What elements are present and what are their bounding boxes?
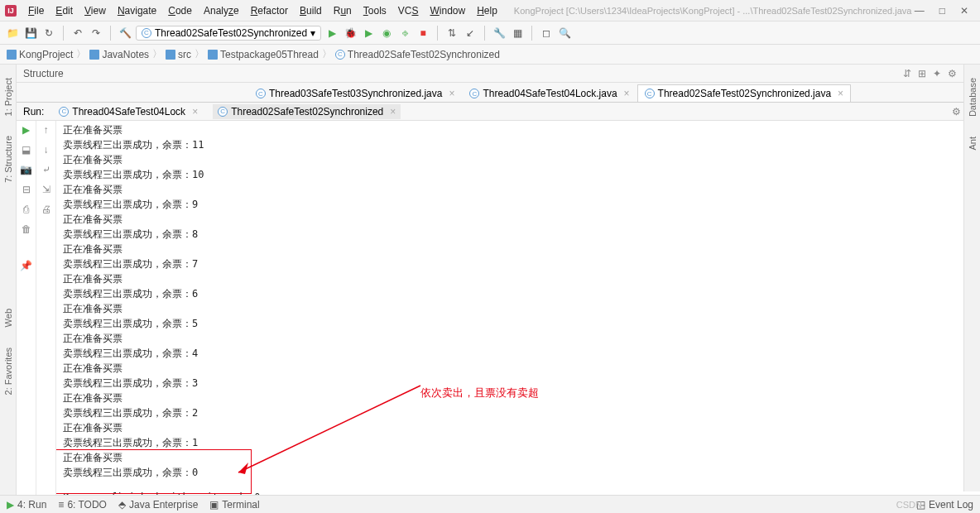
console-line: 卖票线程三出票成功，余票：8 (63, 227, 973, 242)
menu-help[interactable]: Help (472, 3, 502, 18)
run-body: ▶ ⬓ 📷 ⊟ ⎙ 🗑 📌 ↑ ↓ ⤶ ⇲ 🖨 正在准备买票卖票线程三出票成功，… (17, 121, 980, 511)
rail-project[interactable]: 1: Project (3, 78, 13, 116)
close-tab-icon[interactable]: × (838, 88, 843, 99)
breadcrumb-item[interactable]: src (166, 49, 191, 60)
folder-icon (166, 50, 175, 60)
collapse-icon[interactable]: ✦ (933, 68, 941, 79)
bottom-java-ee[interactable]: ⬘ Java Enterprise (118, 499, 198, 511)
window-title: KongProject [C:\Users\1234\IdeaProjects\… (514, 6, 915, 16)
rail-web[interactable]: Web (3, 309, 13, 327)
class-icon: C (335, 50, 345, 60)
close-tab-icon[interactable]: × (192, 106, 198, 117)
rerun-icon[interactable]: ▶ (21, 124, 32, 136)
menu-navigate[interactable]: Navigate (113, 3, 161, 18)
bottom-todo[interactable]: ≡ 6: TODO (58, 499, 107, 511)
attach-icon[interactable]: ⎆ (397, 26, 412, 41)
wrench-icon[interactable]: 🔧 (492, 26, 507, 41)
scroll-icon[interactable]: ⇲ (41, 184, 52, 195)
menu-build[interactable]: Build (295, 3, 327, 18)
gear-icon[interactable]: ⚙ (948, 68, 957, 79)
search-icon[interactable]: 🔍 (557, 26, 572, 41)
console-output[interactable]: 正在准备买票卖票线程三出票成功，余票：11正在准备买票卖票线程三出票成功，余票：… (56, 121, 980, 511)
menu-file[interactable]: File (23, 3, 49, 18)
rail-database[interactable]: Database (968, 78, 978, 117)
console-line: 正在准备买票 (63, 122, 973, 137)
run-tab[interactable]: CThread02SafeTest02Synchronized× (213, 104, 401, 119)
coverage-icon[interactable]: ▶ (361, 26, 376, 41)
breadcrumb-item[interactable]: KongProject (7, 49, 73, 60)
editor-tab[interactable]: CThread02SafeTest02Synchronized.java× (637, 84, 851, 102)
profile-icon[interactable]: ◉ (379, 26, 394, 41)
up-icon[interactable]: ↑ (41, 124, 52, 136)
vcs-icon[interactable]: ⇅ (444, 26, 459, 41)
bottom-terminal[interactable]: ▣ Terminal (209, 499, 259, 511)
editor-tabs: CThread03SafeTest03Synchronized.java× CT… (17, 83, 980, 103)
rail-favorites[interactable]: 2: Favorites (3, 348, 13, 395)
console-line: 正在准备买票 (63, 420, 973, 435)
run-tab[interactable]: CThread04SafeTest04Lock× (54, 104, 203, 119)
hammer-icon[interactable]: 🔨 (118, 26, 132, 41)
config-icon: C (142, 28, 151, 38)
vcs2-icon[interactable]: ↙ (463, 26, 478, 41)
close-tab-icon[interactable]: × (390, 106, 396, 117)
event-log[interactable]: ◳ Event Log (916, 499, 973, 511)
camera-icon[interactable]: 📷 (21, 164, 32, 175)
folder-icon (208, 50, 218, 60)
menu-tools[interactable]: Tools (358, 3, 392, 18)
console-line: 卖票线程三出票成功，余票：5 (63, 316, 973, 331)
close-icon[interactable]: ✕ (960, 5, 968, 17)
close-tab-icon[interactable]: × (624, 88, 630, 99)
debug-icon[interactable]: 🐞 (343, 26, 358, 41)
breadcrumb-item[interactable]: JavaNotes (89, 49, 149, 60)
undo-icon[interactable]: ↶ (70, 26, 85, 41)
menu-run[interactable]: Run (329, 3, 357, 18)
breadcrumb-item[interactable]: Testpackage05Thread (208, 49, 319, 60)
run-config-select[interactable]: C Thread02SafeTest02Synchronized ▾ (136, 26, 321, 41)
run-icon[interactable]: ▶ (324, 26, 339, 41)
breadcrumb: KongProject 〉 JavaNotes 〉 src 〉 Testpack… (0, 45, 980, 65)
menu-vcs[interactable]: VCS (393, 3, 424, 18)
structure-icon[interactable]: ▦ (510, 26, 525, 41)
bottom-run[interactable]: ▶4: Run (7, 499, 46, 511)
stop-icon[interactable]: ■ (416, 26, 430, 41)
menu-code[interactable]: Code (163, 3, 197, 18)
menu-refactor[interactable]: Refactor (246, 3, 293, 18)
run-gutter-2: ↑ ↓ ⤶ ⇲ 🖨 (36, 121, 56, 511)
trash-icon[interactable]: 🗑 (21, 223, 32, 235)
console-line: 卖票线程三出票成功，余票：9 (63, 197, 973, 212)
rail-structure[interactable]: 7: Structure (3, 136, 13, 183)
menu-analyze[interactable]: Analyze (199, 3, 244, 18)
editor-tab[interactable]: CThread04SafeTest04Lock.java× (462, 84, 637, 102)
svg-line-0 (238, 386, 420, 472)
toolbar: 📁 💾 ↻ ↶ ↷ 🔨 C Thread02SafeTest02Synchron… (0, 22, 980, 45)
main-area: 1: Project 7: Structure Web 2: Favorites… (0, 65, 980, 511)
annotation-box (56, 449, 252, 494)
titlebar: IJ File Edit View Navigate Code Analyze … (0, 0, 980, 22)
menu-window[interactable]: Window (425, 3, 470, 18)
maximize-icon[interactable]: □ (939, 5, 945, 17)
back-icon[interactable]: ◻ (539, 26, 554, 41)
filter-icon[interactable]: ⇵ (903, 68, 911, 79)
sync-icon[interactable]: ↻ (41, 26, 56, 41)
expand-icon[interactable]: ⊞ (918, 68, 926, 79)
pin-icon[interactable]: 📌 (21, 260, 32, 271)
console-line: 卖票线程三出票成功，余票：7 (63, 256, 973, 271)
down-icon[interactable]: ↓ (41, 144, 52, 156)
stop-icon[interactable]: ⬓ (21, 144, 32, 156)
close-tab-icon[interactable]: × (449, 88, 454, 99)
open-icon[interactable]: 📁 (5, 26, 20, 41)
wrap-icon[interactable]: ⤶ (41, 164, 52, 175)
redo-icon[interactable]: ↷ (89, 26, 103, 41)
export-icon[interactable]: ⎙ (21, 204, 32, 215)
editor-tab[interactable]: CThread03SafeTest03Synchronized.java× (248, 84, 462, 102)
menu-edit[interactable]: Edit (50, 3, 78, 18)
save-icon[interactable]: 💾 (23, 26, 38, 41)
print-icon[interactable]: 🖨 (41, 204, 52, 215)
minimize-icon[interactable]: — (915, 5, 925, 17)
menu-view[interactable]: View (79, 3, 111, 18)
right-tool-rail: Database Ant (963, 65, 980, 491)
layout-icon[interactable]: ⊟ (21, 184, 32, 195)
structure-bar: Structure ⇵ ⊞ ✦ ⚙ — (17, 65, 980, 83)
rail-ant[interactable]: Ant (968, 137, 978, 151)
breadcrumb-item[interactable]: CThread02SafeTest02Synchronized (335, 49, 500, 60)
